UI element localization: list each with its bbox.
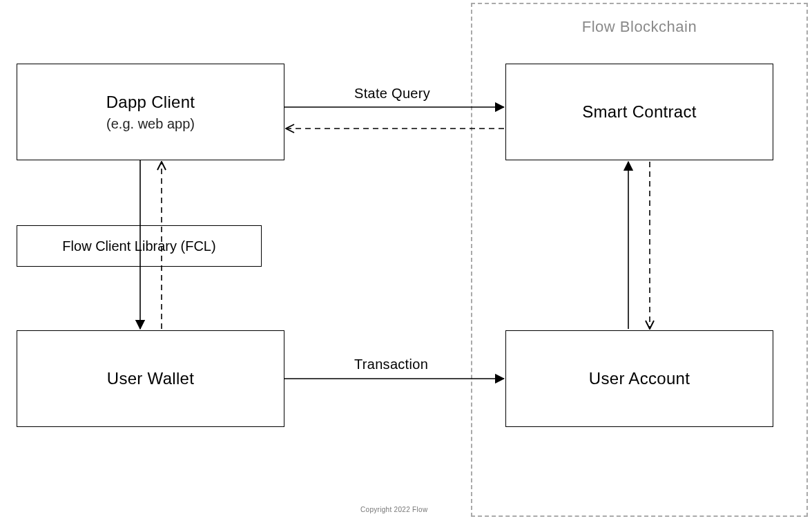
dapp-client-title: Dapp Client xyxy=(106,93,195,112)
edge-label-state-query: State Query xyxy=(354,86,430,102)
smart-contract-title: Smart Contract xyxy=(582,102,697,122)
edge-label-transaction: Transaction xyxy=(354,357,428,372)
fcl-title: Flow Client Library (FCL) xyxy=(62,238,215,254)
node-smart-contract: Smart Contract xyxy=(505,64,773,160)
copyright-text: Copyright 2022 Flow xyxy=(360,506,427,513)
node-dapp-client: Dapp Client (e.g. web app) xyxy=(17,64,284,160)
user-account-title: User Account xyxy=(589,369,690,388)
diagram-canvas: Flow Blockchain Dapp Client (e.g. web ap… xyxy=(0,0,812,521)
flow-blockchain-label: Flow Blockchain xyxy=(472,18,806,36)
node-user-wallet: User Wallet xyxy=(17,330,284,427)
node-user-account: User Account xyxy=(505,330,773,427)
dapp-client-subtitle: (e.g. web app) xyxy=(106,116,195,132)
node-fcl: Flow Client Library (FCL) xyxy=(17,225,262,267)
user-wallet-title: User Wallet xyxy=(107,369,194,388)
